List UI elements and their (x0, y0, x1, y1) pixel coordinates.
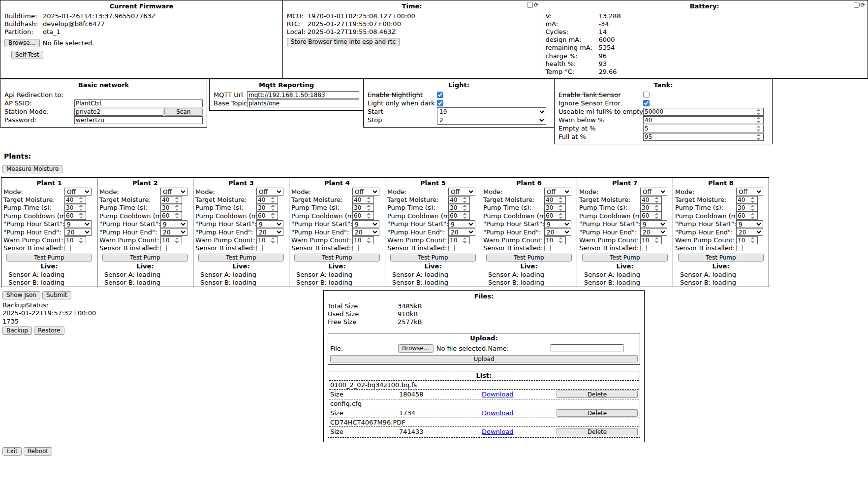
plant-pump-hour-end-select[interactable]: 20 (352, 228, 379, 236)
plant-target-moisture-input[interactable] (736, 196, 758, 204)
reboot-button[interactable]: Reboot (24, 447, 52, 456)
plant-sensor-b-installed-checkbox[interactable] (256, 245, 263, 251)
plant-warn-pump-count-input[interactable] (160, 236, 182, 244)
submit-button[interactable]: Submit (42, 291, 71, 299)
test-pump-button[interactable]: Test Pump (678, 254, 764, 262)
scan-button[interactable]: Scan (164, 108, 203, 116)
plant-warn-pump-count-input[interactable] (544, 236, 566, 244)
restore-button[interactable]: Restore (34, 327, 64, 335)
plant-mode-select[interactable]: Off (256, 188, 283, 196)
plant-pump-hour-end-select[interactable]: 20 (736, 228, 763, 236)
light-start-select[interactable]: 19 (437, 107, 546, 116)
battery-auto-refresh-checkbox[interactable] (854, 2, 860, 8)
only-when-dark-checkbox[interactable] (437, 100, 443, 106)
light-stop-select[interactable]: 2 (437, 116, 546, 125)
delete-button[interactable]: Delete (557, 391, 638, 398)
station-mode-input[interactable] (74, 108, 163, 116)
plant-sensor-b-installed-checkbox[interactable] (448, 245, 455, 251)
plant-pump-hour-end-select[interactable]: 20 (160, 228, 187, 236)
plant-pump-hour-start-select[interactable]: 9 (640, 220, 667, 228)
measure-moisture-button[interactable]: Measure Moisture (2, 165, 62, 173)
plant-pump-hour-end-select[interactable]: 20 (544, 228, 571, 236)
plant-mode-select[interactable]: Off (160, 188, 187, 196)
plant-target-moisture-input[interactable] (544, 196, 566, 204)
ap-ssid-input[interactable] (74, 99, 203, 107)
backup-button[interactable]: Backup (2, 327, 32, 335)
delete-button[interactable]: Delete (557, 409, 638, 417)
plant-mode-select[interactable]: Off (736, 188, 763, 196)
plant-pump-hour-start-select[interactable]: 9 (64, 220, 92, 228)
plant-pump-time-input[interactable] (640, 204, 662, 212)
plant-target-moisture-input[interactable] (256, 196, 278, 204)
tank-enable-checkbox[interactable] (643, 92, 650, 98)
plant-pump-hour-end-select[interactable]: 20 (640, 228, 667, 236)
plant-pump-time-input[interactable] (544, 204, 566, 212)
plant-warn-pump-count-input[interactable] (256, 236, 278, 244)
mqtt-url-input[interactable] (247, 91, 359, 99)
test-pump-button[interactable]: Test Pump (486, 254, 572, 262)
download-link[interactable]: Download (482, 391, 514, 398)
test-pump-button[interactable]: Test Pump (390, 254, 476, 262)
plant-pump-time-input[interactable] (64, 204, 86, 212)
plant-warn-pump-count-input[interactable] (64, 236, 86, 244)
plant-target-moisture-input[interactable] (64, 196, 86, 204)
time-auto-refresh-checkbox[interactable] (527, 2, 533, 8)
store-browser-time-button[interactable]: Store Browser time into esp and rtc (287, 38, 400, 46)
plant-target-moisture-input[interactable] (352, 196, 374, 204)
plant-warn-pump-count-input[interactable] (448, 236, 470, 244)
plant-sensor-b-installed-checkbox[interactable] (352, 245, 359, 251)
plant-sensor-b-installed-checkbox[interactable] (736, 245, 743, 251)
plant-pump-cooldown-input[interactable] (544, 212, 566, 220)
plant-pump-cooldown-input[interactable] (64, 212, 86, 220)
plant-sensor-b-installed-checkbox[interactable] (544, 245, 551, 251)
full-at-input[interactable] (643, 133, 764, 141)
test-pump-button[interactable]: Test Pump (582, 254, 668, 262)
plant-pump-hour-end-select[interactable]: 20 (256, 228, 283, 236)
plant-sensor-b-installed-checkbox[interactable] (160, 245, 167, 251)
upload-browse-button[interactable]: Browse… (398, 344, 434, 353)
show-json-button[interactable]: Show Json (2, 291, 40, 299)
test-pump-button[interactable]: Test Pump (294, 254, 380, 262)
download-link[interactable]: Download (482, 409, 514, 417)
plant-pump-hour-start-select[interactable]: 9 (352, 220, 379, 228)
nightlight-checkbox[interactable] (437, 92, 443, 98)
test-pump-button[interactable]: Test Pump (198, 254, 284, 262)
plant-mode-select[interactable]: Off (448, 188, 475, 196)
plant-mode-select[interactable]: Off (64, 188, 92, 196)
plant-target-moisture-input[interactable] (640, 196, 662, 204)
plant-pump-time-input[interactable] (160, 204, 182, 212)
plant-pump-time-input[interactable] (448, 204, 470, 212)
refresh-icon[interactable]: ⟳ (534, 2, 538, 8)
plant-warn-pump-count-input[interactable] (640, 236, 662, 244)
empty-at-input[interactable] (643, 125, 764, 132)
warn-below-input[interactable] (643, 116, 764, 124)
delete-button[interactable]: Delete (557, 428, 638, 435)
plant-pump-time-input[interactable] (736, 204, 758, 212)
plant-pump-hour-end-select[interactable]: 20 (64, 228, 92, 236)
plant-pump-cooldown-input[interactable] (352, 212, 374, 220)
password-input[interactable] (74, 116, 203, 124)
download-link[interactable]: Download (482, 428, 514, 435)
plant-pump-cooldown-input[interactable] (448, 212, 470, 220)
plant-pump-hour-end-select[interactable]: 20 (448, 228, 475, 236)
plant-pump-hour-start-select[interactable]: 9 (544, 220, 571, 228)
plant-pump-hour-start-select[interactable]: 9 (160, 220, 187, 228)
base-topic-input[interactable] (247, 99, 359, 107)
plant-pump-hour-start-select[interactable]: 9 (256, 220, 283, 228)
plant-pump-time-input[interactable] (256, 204, 278, 212)
refresh-icon[interactable]: ⟳ (861, 2, 865, 8)
exit-button[interactable]: Exit (2, 447, 22, 456)
plant-mode-select[interactable]: Off (352, 188, 379, 196)
plant-pump-cooldown-input[interactable] (640, 212, 662, 220)
plant-pump-cooldown-input[interactable] (160, 212, 182, 220)
plant-target-moisture-input[interactable] (448, 196, 470, 204)
upload-name-input[interactable] (551, 344, 623, 352)
test-pump-button[interactable]: Test Pump (6, 254, 92, 262)
plant-sensor-b-installed-checkbox[interactable] (640, 245, 647, 251)
plant-pump-time-input[interactable] (352, 204, 374, 212)
self-test-button[interactable]: Self-Test (11, 51, 43, 59)
plant-pump-hour-start-select[interactable]: 9 (448, 220, 475, 228)
plant-mode-select[interactable]: Off (640, 188, 667, 196)
plant-pump-cooldown-input[interactable] (256, 212, 278, 220)
plant-warn-pump-count-input[interactable] (352, 236, 374, 244)
